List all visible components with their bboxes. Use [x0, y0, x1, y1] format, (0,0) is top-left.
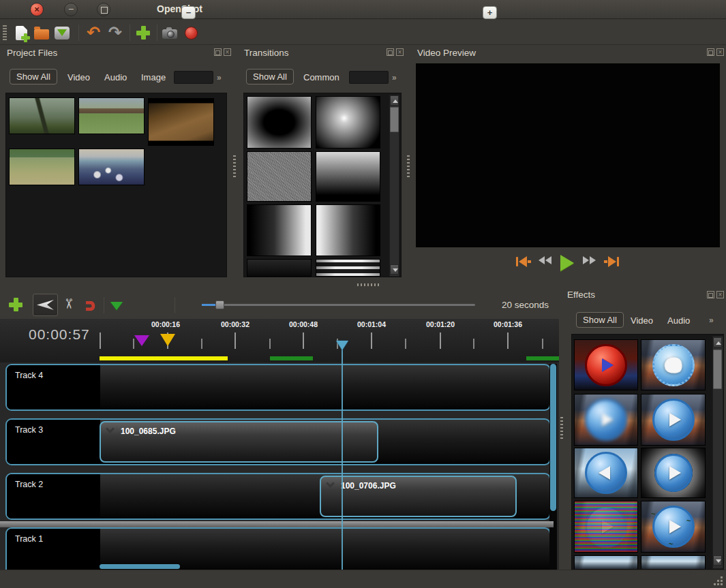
- tab-transitions-show-all[interactable]: Show All: [246, 69, 294, 84]
- transitions-filter-input[interactable]: [349, 71, 389, 84]
- transitions-scrollbar-handle[interactable]: [390, 107, 399, 132]
- rewind-button[interactable]: [539, 256, 551, 264]
- file-thumbnail-bed[interactable]: [78, 149, 145, 185]
- close-panel-icon[interactable]: ×: [396, 48, 404, 56]
- transition-wipe-right[interactable]: [247, 204, 312, 256]
- clip-chevron-icon[interactable]: [326, 479, 335, 488]
- timeline-ruler[interactable]: 00:00:57 00:00:16 00:00:32 00:00:48 00:0…: [0, 319, 559, 362]
- file-thumbnail-field[interactable]: [78, 97, 145, 134]
- playhead-line[interactable]: [342, 349, 343, 570]
- effect-glow-mask[interactable]: [641, 448, 706, 498]
- horizontal-splitter-handle[interactable]: [357, 283, 379, 286]
- track-1-header[interactable]: Track 1: [7, 529, 100, 570]
- save-project-button[interactable]: [53, 25, 71, 41]
- clip-100-0685[interactable]: 100_0685.JPG: [100, 421, 378, 463]
- effect-water-ripple[interactable]: [641, 339, 706, 390]
- fast-forward-button[interactable]: [583, 256, 596, 264]
- window-maximize-button[interactable]: [97, 3, 110, 16]
- tracks-horizontal-scrollbar-handle[interactable]: [100, 564, 180, 569]
- gold-marker[interactable]: [160, 334, 175, 346]
- file-thumbnail-sign[interactable]: [148, 98, 214, 146]
- effect-blue-partial[interactable]: [574, 555, 638, 570]
- effect-mirror[interactable]: [574, 448, 638, 498]
- file-thumbnail-pond[interactable]: [9, 97, 75, 134]
- float-panel-icon[interactable]: [707, 291, 714, 298]
- transition-wipe-down[interactable]: [316, 151, 380, 202]
- snap-button[interactable]: [81, 298, 99, 314]
- redo-button[interactable]: ↷: [106, 25, 124, 41]
- clip-100-0706[interactable]: 100_0706.JPG: [320, 476, 517, 517]
- tab-project-video[interactable]: Video: [63, 69, 95, 85]
- window-minimize-button[interactable]: −: [64, 3, 78, 16]
- play-button[interactable]: [560, 255, 574, 271]
- transition-dissolve[interactable]: [247, 151, 312, 202]
- scroll-up-arrow[interactable]: [713, 337, 722, 347]
- transitions-more-button[interactable]: »: [392, 73, 397, 82]
- close-panel-icon[interactable]: ×: [716, 291, 724, 298]
- ruler-range-green: [270, 356, 313, 360]
- float-panel-icon[interactable]: [387, 48, 394, 56]
- toolbar-grip-handle[interactable]: [3, 25, 7, 40]
- tab-transitions-common[interactable]: Common: [299, 69, 344, 85]
- jump-to-start-button[interactable]: [516, 256, 531, 267]
- playhead-handle[interactable]: [336, 341, 348, 350]
- file-thumbnail-grass[interactable]: [9, 149, 75, 185]
- effects-more-button[interactable]: »: [709, 315, 714, 325]
- export-button[interactable]: [182, 25, 200, 41]
- tracks-vertical-scrollbar-handle[interactable]: [550, 364, 556, 511]
- razor-tool-button[interactable]: ✂: [60, 296, 78, 312]
- select-tool-button[interactable]: [33, 294, 58, 316]
- window-resize-grip[interactable]: [712, 575, 723, 585]
- add-marker-button[interactable]: [108, 298, 125, 314]
- effects-splitter-handle[interactable]: [560, 417, 563, 439]
- tab-effects-audio[interactable]: Audio: [663, 313, 695, 328]
- effect-old-film[interactable]: ~ ~ ~: [641, 501, 706, 553]
- tab-project-audio[interactable]: Audio: [100, 69, 132, 85]
- effects-scrollbar-handle[interactable]: [713, 350, 722, 389]
- effect-play-normal[interactable]: [641, 394, 706, 446]
- transitions-title: Transitions: [244, 48, 289, 58]
- transition-circle-in[interactable]: [247, 96, 312, 149]
- scroll-down-arrow[interactable]: [713, 555, 722, 566]
- track-4-header[interactable]: Track 4: [7, 365, 100, 409]
- scroll-up-arrow[interactable]: [390, 95, 399, 106]
- add-track-button[interactable]: [7, 296, 25, 313]
- effect-blur[interactable]: [574, 394, 638, 446]
- close-panel-icon[interactable]: ×: [716, 48, 724, 56]
- zoom-out-button[interactable]: −: [181, 6, 196, 19]
- project-files-filter-input[interactable]: [174, 71, 213, 84]
- panel-splitter-handle[interactable]: [233, 155, 236, 177]
- slider-handle[interactable]: [215, 300, 224, 309]
- clip-chevron-icon[interactable]: [106, 424, 115, 433]
- open-project-button[interactable]: [33, 25, 50, 41]
- project-files-more-button[interactable]: »: [217, 73, 222, 82]
- transition-fade-dark[interactable]: [247, 259, 312, 277]
- tab-effects-video[interactable]: Video: [626, 313, 658, 328]
- close-panel-icon[interactable]: ×: [224, 48, 231, 56]
- arrow-tool-icon: [37, 300, 54, 310]
- transition-wipe-left[interactable]: [316, 204, 380, 256]
- effect-gold-partial[interactable]: [641, 555, 706, 570]
- tab-effects-show-all[interactable]: Show All: [576, 312, 624, 328]
- panel-splitter-handle[interactable]: [407, 155, 410, 177]
- track-2-header[interactable]: Track 2: [7, 474, 100, 519]
- float-panel-icon[interactable]: [214, 48, 222, 56]
- scroll-down-arrow[interactable]: [390, 264, 399, 275]
- undo-button[interactable]: ↶: [85, 25, 102, 41]
- window-close-button[interactable]: ×: [30, 3, 44, 16]
- add-files-button[interactable]: [134, 25, 152, 41]
- transition-circle-out[interactable]: [316, 96, 380, 149]
- snapshot-button[interactable]: [161, 25, 179, 41]
- tab-project-image[interactable]: Image: [136, 69, 170, 85]
- purple-marker[interactable]: [134, 335, 149, 346]
- jump-to-end-button[interactable]: [604, 256, 619, 267]
- tab-project-show-all[interactable]: Show All: [10, 69, 57, 84]
- float-panel-icon[interactable]: [707, 48, 714, 56]
- track-3-header[interactable]: Track 3: [7, 420, 100, 464]
- zoom-in-button[interactable]: +: [483, 6, 497, 19]
- effect-rgb-scanlines[interactable]: [574, 501, 638, 553]
- new-project-button[interactable]: [12, 25, 30, 41]
- transition-venetian-bars[interactable]: [316, 259, 380, 277]
- timeline-zoom-slider[interactable]: [202, 304, 475, 306]
- effect-red-glitch[interactable]: [574, 339, 638, 390]
